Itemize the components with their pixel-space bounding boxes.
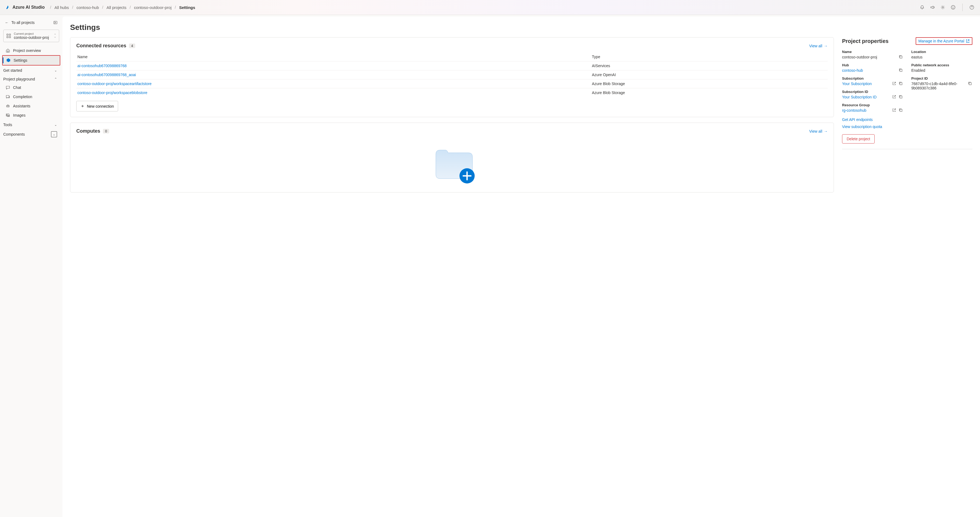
new-connection-button[interactable]: ＋ New connection xyxy=(76,101,118,112)
breadcrumb-hub[interactable]: contoso-hub xyxy=(76,5,99,10)
resource-type: Azure Blob Storage xyxy=(591,79,828,88)
external-link-icon[interactable] xyxy=(892,95,897,99)
assistant-icon xyxy=(5,104,10,109)
external-link-icon[interactable] xyxy=(892,81,897,86)
prop-link-subscription[interactable]: Your Subscription xyxy=(842,81,872,86)
svg-rect-7 xyxy=(7,34,8,35)
help-icon[interactable] xyxy=(969,5,975,10)
chevron-up-icon: ⌃ xyxy=(54,77,57,81)
arrow-right-icon: → xyxy=(824,44,828,48)
prop-link-resource-group[interactable]: rg-contosohub xyxy=(842,108,867,113)
copy-icon[interactable] xyxy=(899,55,903,59)
button-label: New connection xyxy=(87,104,114,109)
prop-label-resource-group: Resource Group xyxy=(842,103,903,107)
resource-link[interactable]: contoso-outdoor-proj/workspaceblobstore xyxy=(77,91,148,95)
breadcrumb-current: Settings xyxy=(179,5,195,10)
copy-icon[interactable] xyxy=(899,68,903,73)
project-selector-label: Current project xyxy=(14,32,51,35)
view-all-label: View all xyxy=(809,44,822,48)
svg-rect-8 xyxy=(9,34,11,35)
breadcrumb-all-hubs[interactable]: All hubs xyxy=(54,5,69,10)
app-logo[interactable]: Azure AI Studio xyxy=(5,5,45,10)
nav-label: Assistants xyxy=(13,104,30,108)
group-label: Project playground xyxy=(3,77,35,81)
prop-value-location: eastus xyxy=(911,55,972,59)
resource-link[interactable]: ai-contosohub670098869768 xyxy=(77,64,127,68)
copy-icon[interactable] xyxy=(968,81,972,86)
nav-settings[interactable]: Settings xyxy=(3,56,60,65)
link-label: Manage in the Azure Portal xyxy=(918,39,964,43)
svg-rect-11 xyxy=(7,51,8,52)
nav-images[interactable]: Images xyxy=(2,111,60,120)
computes-card: Computes 0 View all → xyxy=(70,123,834,193)
prop-label-network: Public network access xyxy=(911,63,972,67)
megaphone-icon[interactable] xyxy=(930,5,935,10)
images-icon xyxy=(5,113,10,118)
prop-link-hub[interactable]: contoso-hub xyxy=(842,68,863,73)
prop-value-name: contoso-outdoor-proj xyxy=(842,55,877,59)
card-title: Computes xyxy=(76,128,100,134)
nav-label: Settings xyxy=(14,58,27,62)
plus-icon: ＋ xyxy=(80,103,85,109)
view-subscription-quota-link[interactable]: View subscription quota xyxy=(842,124,972,129)
gear-icon[interactable] xyxy=(940,5,945,10)
breadcrumbs: / All hubs / contoso-hub / All projects … xyxy=(50,5,920,10)
project-selector[interactable]: Current project contoso-outdoor-proj ⌃⌄ xyxy=(3,30,59,42)
svg-point-14 xyxy=(8,106,9,106)
manage-azure-portal-link[interactable]: Manage in the Azure Portal xyxy=(916,37,972,45)
copy-icon[interactable] xyxy=(899,81,903,86)
view-all-computes-link[interactable]: View all → xyxy=(809,129,828,134)
back-to-projects-link[interactable]: ← To all projects xyxy=(2,18,60,27)
properties-title: Project properties xyxy=(842,38,888,44)
svg-rect-23 xyxy=(900,83,902,85)
nav-completion[interactable]: Completion xyxy=(2,92,60,101)
external-link-icon[interactable] xyxy=(892,108,897,113)
nav-group-tools[interactable]: Tools ⌄ xyxy=(2,120,60,129)
resource-link[interactable]: ai-contosohub670098869768_aoai xyxy=(77,73,136,77)
connected-resources-card: Connected resources 4 View all → Name Ty… xyxy=(70,37,834,117)
table-row: contoso-outdoor-proj/workspaceblobstoreA… xyxy=(76,88,828,97)
empty-state-illustration xyxy=(76,138,828,187)
svg-rect-26 xyxy=(969,83,971,85)
prop-label-location: Location xyxy=(911,50,972,54)
collapse-sidebar-icon[interactable] xyxy=(53,21,57,25)
grid-icon xyxy=(6,34,11,38)
nav-group-playground[interactable]: Project playground ⌃ xyxy=(2,74,60,83)
chevron-down-icon: ⌄ xyxy=(51,131,57,137)
svg-rect-22 xyxy=(900,69,902,72)
project-properties-panel: Project properties Manage in the Azure P… xyxy=(842,37,972,193)
chevron-down-icon: ⌄ xyxy=(54,123,57,127)
nav-assistants[interactable]: Assistants xyxy=(2,101,60,111)
nav-group-components[interactable]: Components ⌄ xyxy=(2,129,60,139)
resource-link[interactable]: contoso-outdoor-proj/workspaceartifactst… xyxy=(77,81,151,86)
updown-icon: ⌃⌄ xyxy=(54,34,56,38)
nav-project-overview[interactable]: Project overview xyxy=(2,46,60,55)
arrow-right-icon: → xyxy=(824,129,828,134)
completion-icon xyxy=(5,94,10,99)
table-row: ai-contosohub670098869768_aoaiAzure Open… xyxy=(76,70,828,79)
copy-icon[interactable] xyxy=(899,95,903,99)
breadcrumb-project[interactable]: contoso-outdoor-proj xyxy=(134,5,171,10)
prop-label-name: Name xyxy=(842,50,903,54)
copy-icon[interactable] xyxy=(899,108,903,113)
table-row: ai-contosohub670098869768AIServices xyxy=(76,61,828,70)
breadcrumb-all-projects[interactable]: All projects xyxy=(107,5,126,10)
card-title: Connected resources xyxy=(76,43,126,49)
prop-link-subscription-id[interactable]: Your Subscription ID xyxy=(842,95,877,99)
col-type: Type xyxy=(591,53,828,61)
external-link-icon xyxy=(966,39,970,43)
topbar: Azure AI Studio / All hubs / contoso-hub… xyxy=(0,0,980,15)
svg-rect-10 xyxy=(9,37,11,38)
svg-rect-25 xyxy=(900,109,902,112)
prop-label-project-id: Project ID xyxy=(911,77,972,80)
svg-rect-24 xyxy=(900,96,902,98)
nav-group-get-started[interactable]: Get started ⌄ xyxy=(2,65,60,74)
arrow-left-icon: ← xyxy=(5,21,9,25)
col-name: Name xyxy=(76,53,591,61)
delete-project-button[interactable]: Delete project xyxy=(842,134,875,144)
smiley-icon[interactable] xyxy=(950,5,956,10)
bell-icon[interactable] xyxy=(920,5,925,10)
nav-chat[interactable]: Chat xyxy=(2,83,60,92)
view-all-connections-link[interactable]: View all → xyxy=(809,44,828,48)
get-api-endpoints-link[interactable]: Get API endpoints xyxy=(842,117,972,122)
